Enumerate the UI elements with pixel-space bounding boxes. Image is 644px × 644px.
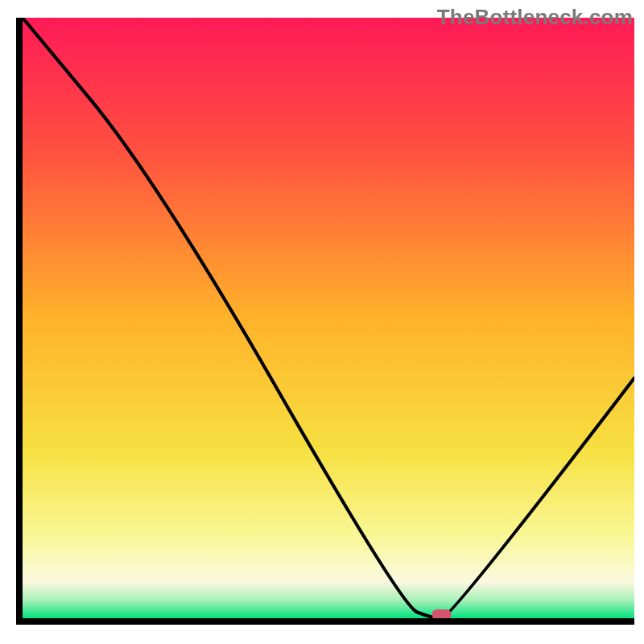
- watermark-label: TheBottleneck.com: [437, 5, 633, 30]
- optimum-marker: [432, 609, 452, 618]
- y-axis: [16, 18, 23, 625]
- x-axis: [16, 618, 634, 625]
- chart-svg: [23, 18, 634, 618]
- plot-area: [23, 18, 634, 618]
- chart-frame: TheBottleneck.com: [0, 0, 644, 644]
- gradient-background: [23, 18, 634, 618]
